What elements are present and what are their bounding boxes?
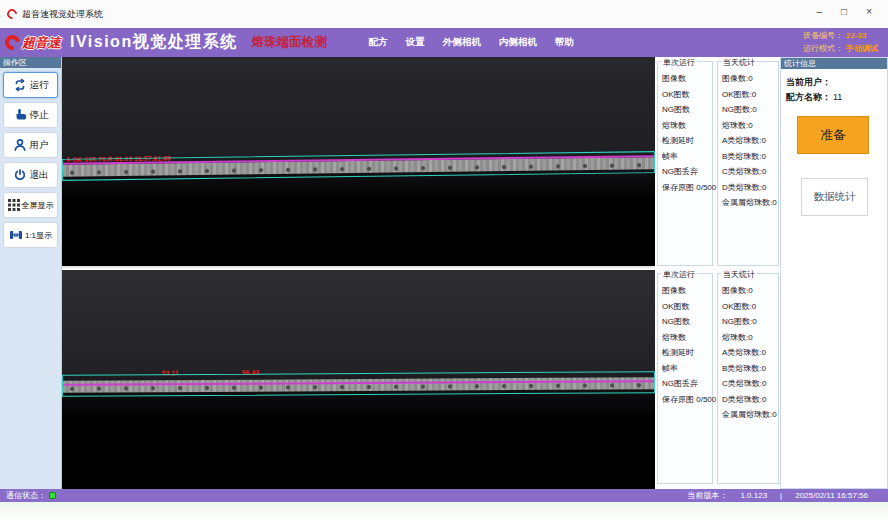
- stop-button-label: 停止: [30, 109, 49, 122]
- brand-logo-icon: [2, 32, 23, 53]
- task-subtitle: 熔珠端面检测: [252, 34, 327, 51]
- stat-row: C类熔珠数:0: [722, 376, 778, 392]
- device-number-value: 22-33: [846, 31, 866, 40]
- today-stats-panel-bottom: 当天统计 图像数:0OK图数:0NG图数:0熔珠数:0A类熔珠数:0B类熔珠数:…: [717, 273, 779, 484]
- stat-row: 熔珠数:0: [722, 330, 778, 346]
- prepare-button[interactable]: 准备: [797, 116, 869, 154]
- fullscreen-button-label: 全屏显示: [22, 200, 54, 211]
- stat-row: NG图数:0: [722, 102, 778, 118]
- comm-status-ok-icon: [49, 492, 56, 499]
- stat-row: 金属屑熔珠数:0: [722, 407, 778, 423]
- version-value: 1.0.123: [740, 491, 767, 500]
- device-number-label: 设备编号：: [803, 31, 843, 40]
- app-header: 超音速 IVision视觉处理系统 熔珠端面检测 配方设置外侧相机内侧相机帮助 …: [0, 28, 888, 57]
- stat-row: NG图数: [662, 314, 712, 330]
- stat-row: 图像数:0: [722, 71, 778, 87]
- weld-strip-bottom: 53.11 56.43: [62, 371, 655, 397]
- single-run-panel-top: 单次运行 图像数OK图数NG图数熔珠数检测延时帧率NG图丢弃保存原图 0/500: [657, 61, 713, 266]
- stat-row: B类熔珠数:0: [722, 149, 778, 165]
- run-mode-row: 运行模式：手动调试: [803, 43, 878, 56]
- exit-button[interactable]: 退出: [3, 162, 58, 188]
- stat-row: 保存原图 0/500: [662, 180, 712, 196]
- version-label: 当前版本：: [687, 490, 727, 501]
- window-titlebar: 超音速视觉处理系统 – □ ×: [0, 0, 888, 28]
- stat-row: 熔珠数: [662, 330, 712, 346]
- single-run-panel-bottom: 单次运行 图像数OK图数NG图数熔珠数检测延时帧率NG图丢弃保存原图 0/500: [657, 273, 713, 484]
- stat-row: 检测延时: [662, 133, 712, 149]
- stat-row: B类熔珠数:0: [722, 361, 778, 377]
- datetime-value: 2025/02/11 16:57:56: [795, 491, 868, 500]
- stat-row: NG图数:0: [722, 314, 778, 330]
- user-button-label: 用户: [30, 139, 49, 152]
- weld-strip-top: 4-OK:105.70,R:61.69 31.57,61.69: [62, 151, 655, 181]
- stat-row: 帧率: [662, 361, 712, 377]
- recipe-name-value: 11: [833, 92, 842, 102]
- window-controls: – □ ×: [817, 5, 872, 19]
- inner-camera-viewport: 53.11 56.43: [62, 270, 655, 489]
- device-number-row: 设备编号：22-33: [803, 30, 878, 43]
- run-mode-label: 运行模式：: [803, 44, 843, 53]
- menu-item[interactable]: 帮助: [555, 36, 574, 49]
- current-user-row: 当前用户：: [786, 75, 882, 90]
- maximize-button[interactable]: □: [841, 5, 847, 19]
- operation-sidebar: 操作区 运行 停止 用户 退出: [0, 57, 62, 489]
- stat-row: OK图数: [662, 299, 712, 315]
- one-to-one-button[interactable]: 1:1显示: [3, 222, 58, 248]
- outer-camera-viewport: 4-OK:105.70,R:61.69 31.57,61.69: [62, 57, 655, 268]
- today-stats-panel-top: 当天统计 图像数:0OK图数:0NG图数:0熔珠数:0A类熔珠数:0B类熔珠数:…: [717, 61, 779, 266]
- stat-row: 熔珠数:0: [722, 118, 778, 134]
- stat-row: NG图丢弃: [662, 376, 712, 392]
- stat-row: 保存原图 0/500: [662, 392, 712, 408]
- version-datetime: 当前版本： 1.0.123 | 2025/02/11 16:57:56: [687, 490, 882, 501]
- menu-item[interactable]: 设置: [406, 36, 425, 49]
- menu-item[interactable]: 配方: [369, 36, 388, 49]
- recipe-name-label: 配方名称：: [786, 92, 831, 102]
- stat-row: NG图丢弃: [662, 164, 712, 180]
- stat-row: 帧率: [662, 149, 712, 165]
- one-to-one-button-label: 1:1显示: [25, 230, 52, 241]
- stat-row: D类熔珠数:0: [722, 180, 778, 196]
- recipe-name-row: 配方名称：11: [786, 90, 882, 105]
- one-to-one-icon: [9, 228, 23, 242]
- stat-row: D类熔珠数:0: [722, 392, 778, 408]
- close-button[interactable]: ×: [866, 5, 872, 19]
- stat-row: 图像数: [662, 283, 712, 299]
- run-button-label: 运行: [30, 79, 49, 92]
- window-title: 超音速视觉处理系统: [22, 8, 103, 21]
- app-logo-icon: [5, 7, 19, 21]
- stat-row: NG图数: [662, 102, 712, 118]
- user-icon: [13, 138, 27, 152]
- fullscreen-button[interactable]: 全屏显示: [3, 192, 58, 218]
- stat-row: A类熔珠数:0: [722, 133, 778, 149]
- fullscreen-grid-icon: [8, 199, 20, 211]
- stat-row: 检测延时: [662, 345, 712, 361]
- user-button[interactable]: 用户: [3, 132, 58, 158]
- statistics-info-panel: 统计信息 当前用户： 配方名称：11 准备 数据统计: [780, 57, 888, 489]
- minimize-button[interactable]: –: [817, 5, 823, 19]
- groupbox-title: 单次运行: [661, 269, 697, 280]
- run-mode-value: 手动调试: [846, 44, 878, 53]
- power-icon: [13, 168, 27, 182]
- brand-name: 超音速: [22, 34, 61, 52]
- stat-row: A类熔珠数:0: [722, 345, 778, 361]
- stat-row: 熔珠数: [662, 118, 712, 134]
- stat-row: OK图数: [662, 87, 712, 103]
- status-bar: 通信状态： 当前版本： 1.0.123 | 2025/02/11 16:57:5…: [0, 489, 888, 502]
- stat-row: OK图数:0: [722, 299, 778, 315]
- menu-item[interactable]: 内侧相机: [499, 36, 537, 49]
- stat-row: 图像数:0: [722, 283, 778, 299]
- run-icon: [13, 78, 27, 92]
- stat-row: 图像数: [662, 71, 712, 87]
- main-menu: 配方设置外侧相机内侧相机帮助: [369, 36, 574, 49]
- stat-row: 金属屑熔珠数:0: [722, 195, 778, 211]
- desktop-edge-strip: [0, 502, 888, 522]
- info-panel-title: 统计信息: [781, 58, 887, 69]
- stop-hand-icon: [13, 108, 27, 122]
- run-button[interactable]: 运行: [3, 72, 58, 98]
- groupbox-title: 当天统计: [721, 269, 757, 280]
- data-statistics-button[interactable]: 数据统计: [801, 178, 868, 216]
- menu-item[interactable]: 外侧相机: [443, 36, 481, 49]
- stat-row: C类熔珠数:0: [722, 164, 778, 180]
- stop-button[interactable]: 停止: [3, 102, 58, 128]
- sidebar-title: 操作区: [0, 57, 61, 68]
